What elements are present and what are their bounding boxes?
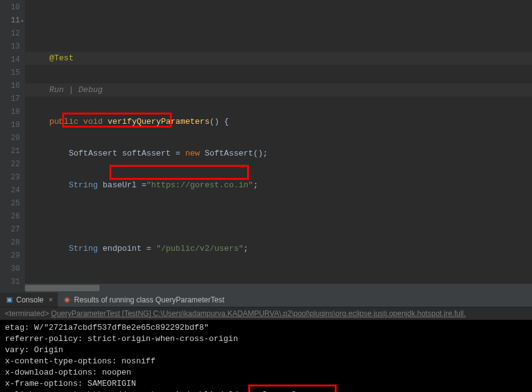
line-number: 22 bbox=[0, 158, 25, 171]
line-number: 17 bbox=[0, 93, 25, 106]
line-number: 23 bbox=[0, 171, 25, 184]
identifier: baseUrl bbox=[103, 180, 137, 190]
line-number: 11 bbox=[0, 14, 25, 27]
line-gutter: 10 11 12 13 14 15 16 17 18 19 20 21 22 2… bbox=[0, 0, 25, 292]
line-number: 14 bbox=[0, 54, 25, 67]
keyword: new bbox=[185, 149, 200, 158]
line-number: 10 bbox=[0, 1, 25, 14]
tab-results[interactable]: ◉ Results of running class QueryParamete… bbox=[58, 292, 229, 307]
line-number: 28 bbox=[0, 236, 25, 250]
string-literal: "https://gorest.co.in" bbox=[146, 180, 253, 190]
console-tabbar: ▣ Console × ◉ Results of running class Q… bbox=[0, 292, 532, 307]
type: String bbox=[68, 180, 98, 190]
console-output[interactable]: etag: W/"2721a7cbdf537df8e2e65c892292bdf… bbox=[0, 320, 532, 392]
string-literal: "/public/v2/users" bbox=[156, 244, 243, 253]
console-panel: ▣ Console × ◉ Results of running class Q… bbox=[0, 292, 532, 392]
line-number: 12 bbox=[0, 27, 25, 40]
keyword: void bbox=[83, 117, 103, 126]
horizontal-scrollbar[interactable] bbox=[25, 284, 532, 292]
line-number: 31 bbox=[0, 276, 25, 289]
keyword: public bbox=[49, 117, 78, 126]
output-line: etag: W/"2721a7cbdf537df8e2e65c892292bdf… bbox=[5, 323, 209, 332]
annotation: @Test bbox=[49, 54, 73, 63]
line-number: 24 bbox=[0, 184, 25, 197]
output-line: x-content-type-options: nosniff bbox=[5, 357, 156, 366]
line-number: 13 bbox=[0, 40, 25, 54]
line-number: 16 bbox=[0, 80, 25, 93]
line-number: 19 bbox=[0, 119, 25, 132]
tab-label: Console bbox=[16, 296, 44, 304]
codelens-run-debug[interactable]: Run | Debug bbox=[49, 85, 103, 95]
tab-label: Results of running class QueryParameterT… bbox=[74, 296, 224, 304]
line-number: 21 bbox=[0, 145, 25, 158]
line-number: 29 bbox=[0, 250, 25, 263]
line-number: 25 bbox=[0, 197, 25, 210]
line-number: 30 bbox=[0, 263, 25, 276]
tab-console[interactable]: ▣ Console × bbox=[0, 292, 58, 307]
console-termination-line: <terminated> QueryParameterTest [TestNG]… bbox=[0, 307, 532, 320]
line-number: 15 bbox=[0, 67, 25, 80]
code-area[interactable]: @Test Run | Debug public void verifyQuer… bbox=[25, 0, 532, 292]
line-number: 18 bbox=[0, 106, 25, 119]
testng-icon: ◉ bbox=[63, 296, 72, 304]
type: String bbox=[68, 244, 98, 253]
code-editor[interactable]: 10 11 12 13 14 15 16 17 18 19 20 21 22 2… bbox=[0, 0, 532, 292]
output-highlight: users?page=2 bbox=[238, 390, 296, 392]
line-number: 20 bbox=[0, 132, 25, 145]
type: SoftAssert bbox=[68, 149, 117, 158]
scrollbar-thumb[interactable] bbox=[25, 285, 100, 291]
method-name: verifyQueryParameters bbox=[108, 117, 210, 126]
console-icon: ▣ bbox=[5, 296, 14, 304]
output-line: x-frame-options: SAMEORIGIN bbox=[5, 379, 136, 388]
line-number: 27 bbox=[0, 223, 25, 236]
output-line: x-download-options: noopen bbox=[5, 368, 131, 377]
line-number: 26 bbox=[0, 210, 25, 223]
identifier: softAssert bbox=[122, 149, 170, 158]
identifier: endpoint bbox=[103, 244, 141, 253]
output-line: referrer-policy: strict-origin-when-cros… bbox=[5, 334, 238, 343]
close-icon[interactable]: × bbox=[49, 296, 53, 304]
constructor: SoftAssert bbox=[205, 149, 253, 158]
output-line: vary: Origin bbox=[5, 345, 63, 355]
